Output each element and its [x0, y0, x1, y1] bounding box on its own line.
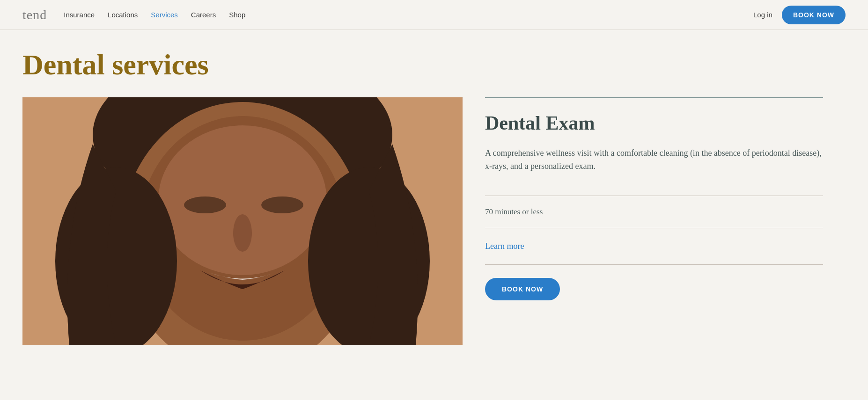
- login-link[interactable]: Log in: [753, 11, 772, 19]
- nav-link-insurance[interactable]: Insurance: [64, 11, 95, 19]
- nav-link-locations[interactable]: Locations: [108, 11, 138, 19]
- page-content: Dental services: [0, 30, 868, 345]
- service-image: [22, 97, 463, 345]
- nav-item-locations: Locations: [108, 11, 138, 19]
- service-title: Dental Exam: [485, 111, 823, 135]
- nav-item-insurance: Insurance: [64, 11, 95, 19]
- main-layout: Dental Exam A comprehensive wellness vis…: [22, 97, 846, 345]
- face-illustration: [22, 97, 463, 345]
- top-divider: [485, 97, 823, 98]
- nav-book-now-button[interactable]: BOOK NOW: [782, 6, 846, 24]
- nav-link-shop[interactable]: Shop: [229, 11, 245, 19]
- service-duration: 70 minutes or less: [485, 207, 823, 217]
- bottom-divider: [485, 228, 823, 228]
- nav-link-careers[interactable]: Careers: [191, 11, 216, 19]
- learn-more-link[interactable]: Learn more: [485, 241, 823, 251]
- mid-divider: [485, 196, 823, 196]
- site-logo[interactable]: tend: [22, 7, 47, 22]
- nav-item-services: Services: [151, 11, 178, 19]
- main-nav: tend Insurance Locations Services Career…: [0, 0, 868, 30]
- nav-links: Insurance Locations Services Careers Sho…: [64, 11, 245, 19]
- nav-item-careers: Careers: [191, 11, 216, 19]
- page-title: Dental services: [22, 49, 846, 80]
- service-description: A comprehensive wellness visit with a co…: [485, 146, 823, 174]
- nav-link-services[interactable]: Services: [151, 11, 178, 19]
- nav-right: Log in BOOK NOW: [753, 6, 846, 24]
- nav-left: tend Insurance Locations Services Career…: [22, 7, 245, 22]
- svg-rect-10: [22, 97, 463, 345]
- learn-divider: [485, 264, 823, 265]
- panel-book-now-button[interactable]: BOOK NOW: [485, 278, 560, 300]
- right-panel: Dental Exam A comprehensive wellness vis…: [463, 97, 846, 300]
- nav-item-shop: Shop: [229, 11, 245, 19]
